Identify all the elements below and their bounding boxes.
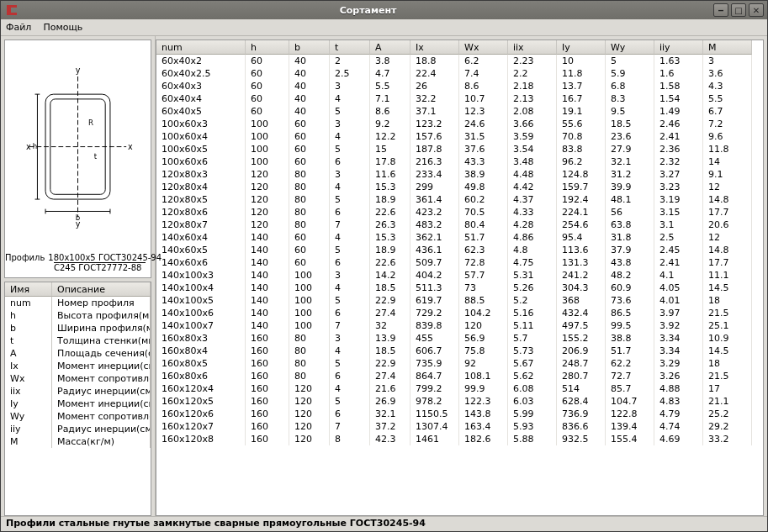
svg-rect-1	[11, 5, 17, 8]
profile-spec: 180x100x5 ГОСТ30245-94	[48, 253, 167, 262]
titlebar: Сортамент ‒ □ ✕	[1, 1, 767, 19]
close-button[interactable]: ✕	[749, 3, 764, 17]
col-M[interactable]: M	[703, 40, 752, 55]
menu-file[interactable]: Файл	[6, 22, 31, 33]
col-h[interactable]: h	[246, 40, 289, 55]
table-row[interactable]: 160x120x5160120526.9978.2122.36.03628.41…	[156, 395, 763, 408]
material-spec: С245 ГОСТ27772-88	[54, 263, 146, 272]
desc-row[interactable]: numНомер профиля	[5, 297, 151, 309]
svg-text:b: b	[76, 213, 80, 222]
table-row[interactable]: 100x60x610060617.8216.343.33.4896.232.12…	[156, 155, 763, 168]
table-row[interactable]: 120x80x712080726.3483.280.44.28254.663.8…	[156, 219, 763, 231]
profile-preview: y y x x h b t R Профиль 180x100x5 ГОСТ30…	[4, 40, 151, 278]
col-iix[interactable]: iix	[508, 40, 557, 55]
left-pane: y y x x h b t R Профиль 180x100x5 ГОСТ30…	[1, 36, 156, 516]
table-row[interactable]: 120x80x412080415.329949.84.42159.739.93.…	[156, 181, 763, 193]
maximize-button[interactable]: □	[731, 3, 746, 17]
svg-text:h: h	[33, 142, 37, 150]
table-row[interactable]: 100x60x510060515187.837.63.5483.827.92.3…	[156, 143, 763, 155]
table-row[interactable]: 140x100x5140100522.9619.788.55.236873.64…	[156, 294, 763, 307]
table-row[interactable]: 120x80x312080311.6233.438.94.48124.831.2…	[156, 168, 763, 181]
desc-row[interactable]: WyМомент сопротивле...	[5, 410, 151, 423]
table-row[interactable]: 160x120x4160120421.6799.299.96.0851485.7…	[156, 382, 763, 395]
desc-row[interactable]: tТолщина стенки(мм)	[5, 334, 151, 347]
svg-text:x: x	[128, 142, 133, 151]
svg-text:t: t	[94, 152, 98, 161]
table-row[interactable]: 100x60x31006039.2123.224.63.6655.618.52.…	[156, 118, 763, 130]
table-row[interactable]: 160x80x416080418.5606.775.85.73206.951.7…	[156, 345, 763, 357]
svg-text:R: R	[88, 119, 93, 127]
main-table[interactable]: numhbtAIxWxiixIyWyiiyM 60x40x2604023.818…	[156, 40, 764, 516]
app-icon	[6, 4, 18, 16]
desc-row[interactable]: hВысота профиля(мм)	[5, 309, 151, 322]
table-row[interactable]: 60x40x5604058.637.112.32.0819.19.51.496.…	[156, 105, 763, 118]
svg-rect-2	[11, 13, 17, 15]
profile-labels: Профиль 180x100x5 ГОСТ30245-94 С245 ГОСТ…	[5, 253, 151, 272]
table-row[interactable]: 160x80x516080522.9735.9925.67248.762.23.…	[156, 357, 763, 370]
table-row[interactable]: 140x60x614060622.6509.772.84.75131.343.8…	[156, 256, 763, 269]
desc-head-desc[interactable]: Описание	[52, 282, 151, 297]
col-iiy[interactable]: iiy	[654, 40, 703, 55]
main-window: Сортамент ‒ □ ✕ Файл Помощь	[0, 0, 768, 532]
menu-help[interactable]: Помощь	[43, 22, 82, 33]
desc-row[interactable]: iiyРадиус инерции(см)	[5, 423, 151, 435]
desc-row[interactable]: WxМомент сопротивле...	[5, 372, 151, 385]
table-row[interactable]: 120x80x512080518.9361.460.24.37192.448.1…	[156, 193, 763, 206]
col-Wy[interactable]: Wy	[606, 40, 654, 55]
svg-rect-0	[7, 5, 11, 15]
desc-row[interactable]: MМасса(кг/м)	[5, 435, 151, 448]
col-A[interactable]: A	[370, 40, 410, 55]
status-bar: Профили стальные гнутые замкнутые сварны…	[1, 516, 767, 531]
col-num[interactable]: num	[156, 40, 246, 55]
desc-row[interactable]: IyМомент инерции(см4)	[5, 398, 151, 410]
table-row[interactable]: 160x120x6160120632.11150.5143.85.99736.9…	[156, 408, 763, 420]
col-Wx[interactable]: Wx	[459, 40, 508, 55]
col-Iy[interactable]: Iy	[557, 40, 606, 55]
description-table[interactable]: Имя Описание numНомер профиляhВысота про…	[4, 282, 151, 516]
window-title: Сортамент	[23, 5, 713, 16]
table-row[interactable]: 60x40x3604035.5268.62.1813.76.81.584.3	[156, 80, 763, 92]
col-t[interactable]: t	[330, 40, 370, 55]
table-row[interactable]: 140x100x7140100732839.81205.11497.599.53…	[156, 319, 763, 332]
desc-row[interactable]: IxМомент инерции(см4)	[5, 360, 151, 372]
window-buttons: ‒ □ ✕	[713, 3, 767, 17]
col-Ix[interactable]: Ix	[410, 40, 459, 55]
table-row[interactable]: 60x40x4604047.132.210.72.1316.78.31.545.…	[156, 92, 763, 105]
content: y y x x h b t R Профиль 180x100x5 ГОСТ30…	[1, 36, 767, 516]
table-row[interactable]: 60x40x2604023.818.86.22.231051.633	[156, 55, 763, 67]
table-row[interactable]: 140x100x3140100314.2404.257.75.31241.248…	[156, 269, 763, 282]
col-b[interactable]: b	[289, 40, 330, 55]
table-row[interactable]: 100x60x410060412.2157.631.53.5970.823.62…	[156, 130, 763, 143]
table-row[interactable]: 140x60x414060415.3362.151.74.8695.431.82…	[156, 231, 763, 244]
table-row[interactable]: 140x100x4140100418.5511.3735.26304.360.9…	[156, 282, 763, 294]
desc-head-name[interactable]: Имя	[5, 282, 52, 297]
profile-label: Профиль	[5, 253, 48, 262]
minimize-button[interactable]: ‒	[713, 3, 728, 17]
table-row[interactable]: 120x80x612080622.6423.270.54.33224.1563.…	[156, 206, 763, 219]
table-row[interactable]: 140x60x514060518.9436.162.34.8113.637.92…	[156, 244, 763, 256]
table-row[interactable]: 60x40x2.560402.54.722.47.42.211.85.91.63…	[156, 67, 763, 80]
table-head: numhbtAIxWxiixIyWyiiyM	[156, 40, 763, 55]
desc-head: Имя Описание	[5, 282, 151, 297]
table-row[interactable]: 160x80x616080627.4864.7108.15.62280.772.…	[156, 370, 763, 382]
table-row[interactable]: 160x120x8160120842.31461182.65.88932.515…	[156, 433, 763, 445]
desc-row[interactable]: bШирина профиля(мм)	[5, 322, 151, 334]
desc-row[interactable]: AПлощадь сечения(с...	[5, 347, 151, 360]
table-row[interactable]: 160x80x316080313.945556.95.7155.238.83.3…	[156, 332, 763, 345]
svg-text:y: y	[76, 66, 81, 75]
svg-text:x: x	[26, 142, 31, 151]
menubar: Файл Помощь	[1, 19, 767, 36]
table-row[interactable]: 140x100x6140100627.4729.2104.25.16432.48…	[156, 307, 763, 319]
table-row[interactable]: 160x120x7160120737.21307.4163.45.93836.6…	[156, 420, 763, 433]
desc-row[interactable]: iixРадиус инерции(см)	[5, 385, 151, 398]
